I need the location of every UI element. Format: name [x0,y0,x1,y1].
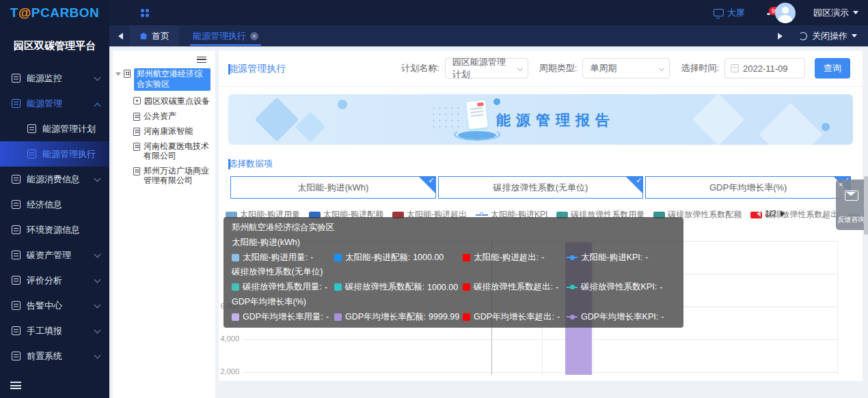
sidebar-item-front-system[interactable]: 前置系统 [0,343,109,369]
chevron-down-icon [659,66,664,71]
energy-management-icon [12,99,21,108]
sidebar-item-energy-plan[interactable]: 能源管理计划 [0,116,109,141]
refresh-icon[interactable] [799,32,807,40]
data-item-gdp-growth[interactable]: GDP年均增长率(%) [645,176,851,199]
sidebar-collapse-icon[interactable] [10,382,21,389]
sidebar-item-energy-management[interactable]: 能源管理 [0,91,109,116]
y-axis-tick: 2,000 [219,367,239,375]
cycle-type-select[interactable]: 单周期 [582,58,670,79]
tabbar: 首页 能源管理执行 关闭操作 [109,25,868,46]
apps-grid-icon[interactable] [141,9,149,17]
tree-node-root[interactable]: 郑州航空港经济综合实验区 [113,68,215,91]
pager-prev-icon[interactable] [757,210,761,217]
sidebar-item-alarm-center[interactable]: 告警中心 [0,293,109,318]
device-scan-icon [133,97,141,104]
vertical-scrollbar[interactable] [864,176,868,235]
cube-decor [759,102,822,145]
cube-decor [295,111,325,142]
chevron-down-icon [517,66,523,71]
tab-home[interactable]: 首页 [130,25,179,46]
carbon-asset-icon [12,251,21,259]
tab-energy-execution[interactable]: 能源管理执行 [185,25,267,46]
series-line-marker [567,283,578,291]
org-selector[interactable]: 园区演示 [813,7,858,19]
monitor-icon [12,74,21,83]
data-section-title: 选择数据项 [228,158,273,170]
building-icon [133,128,140,136]
series-marker [463,313,470,321]
chevron-up-icon [95,101,100,106]
tooltip-group-name: 太阳能-购进(kWh) [232,237,675,248]
series-marker [232,254,239,261]
caret-down-icon [852,34,857,38]
dot-decor [338,100,347,109]
tree-node-wanda[interactable]: 郑州万达广场商业管理有限公司 [113,166,215,185]
caret-down-icon [853,11,858,14]
series-marker [334,313,342,321]
sidebar-item-manual-report[interactable]: 手工填报 [0,318,109,343]
tree-node-kangpai[interactable]: 河南康派智能 [113,126,215,136]
avatar[interactable] [775,3,796,23]
cycle-type-label: 周期类型: [539,62,578,74]
tree-node-songxia[interactable]: 河南松夏医电技术有限公司 [113,141,215,160]
platform-title: 园区双碳管理平台 [0,40,109,53]
data-item-solar[interactable]: 太阳能-购进(kWh) [230,176,436,199]
tree-node-public-asset[interactable]: 公共资产 [113,111,215,121]
tabs-scroll-left-icon[interactable] [118,33,123,40]
close-icon[interactable] [839,180,843,188]
org-tree: 郑州航空港经济综合实验区 园区双碳重点设备 公共资产 河南康派智能 河南松夏医电… [113,68,215,185]
page-title: 能源管理执行 [228,63,286,75]
close-operation-menu[interactable]: 关闭操作 [812,30,847,42]
divider [219,86,863,87]
dot-decor [822,123,830,131]
time-label: 选择时间: [681,62,719,74]
selected-check-icon [419,177,435,193]
big-screen-button[interactable]: 大屏 [714,7,745,19]
execution-icon [27,150,36,158]
chevron-down-icon [95,303,100,308]
chevron-down-icon [95,328,100,333]
plan-name-select[interactable]: 园区能源管理计划 [445,58,528,79]
sidebar-item-environment-info[interactable]: 环境资源信息 [0,217,109,242]
cube-decor [254,97,299,141]
chevron-down-icon [95,76,100,81]
sidebar-item-economy-info[interactable]: 经济信息 [0,192,109,217]
sidebar-item-energy-execution[interactable]: 能源管理执行 [0,141,109,167]
query-button[interactable]: 查询 [815,58,850,79]
close-tab-icon[interactable] [250,32,258,40]
feedback-button[interactable]: 反馈咨询 [836,180,867,230]
topcarbon-logo[interactable]: T@PCARBON [0,5,109,20]
cube-decor [692,94,744,145]
tabbar-right: 关闭操作 [778,30,857,42]
sidebar-item-evaluation[interactable]: 评价分析 [0,268,109,293]
sidebar: T@PCARBON 园区双碳管理平台 能源监控 能源管理 能源管理计划 能源管理… [0,0,109,398]
gridline [243,372,837,373]
chevron-down-icon [95,278,100,283]
manual-report-icon [12,326,21,335]
tooltip-title: 郑州航空港经济综合实验区 [232,222,675,233]
tree-collapse-icon[interactable] [197,57,206,63]
home-icon [139,33,148,40]
evaluation-icon [12,276,21,285]
date-picker-input[interactable]: 2022-11-09 [724,58,805,79]
calendar-icon [731,64,739,72]
sidebar-item-carbon-asset[interactable]: 碳资产管理 [0,242,109,268]
tree-node-device[interactable]: 园区双碳重点设备 [113,96,215,106]
tabs-scroll-right-icon[interactable] [778,33,783,40]
data-item-carbon-elasticity[interactable]: 碳排放弹性系数(无单位) [438,176,644,199]
sidebar-item-energy-monitor[interactable]: 能源监控 [0,66,109,91]
tooltip-row: 碳排放弹性系数用量:- 碳排放弹性系数配额:1000.00 碳排放弹性系数超出:… [232,281,675,293]
building-icon [133,113,140,121]
chart-tooltip: 郑州航空港经济综合实验区 太阳能-购进(kWh) 太阳能-购进用量:- 太阳能-… [223,217,683,328]
building-icon [133,143,140,151]
series-marker [232,283,239,291]
series-marker [463,283,470,291]
report-banner: 能源管理报告 [228,94,853,145]
app-root: T@PCARBON 园区双碳管理平台 能源监控 能源管理 能源管理计划 能源管理… [0,0,868,398]
tree-expand-icon[interactable] [116,72,121,76]
pager-next-icon[interactable] [781,210,785,217]
banner-title: 能源管理报告 [496,111,615,130]
sidebar-item-energy-consumption[interactable]: 能源消费信息 [0,167,109,192]
mail-icon [845,190,858,201]
legend-pager: 1/2 [757,209,785,218]
